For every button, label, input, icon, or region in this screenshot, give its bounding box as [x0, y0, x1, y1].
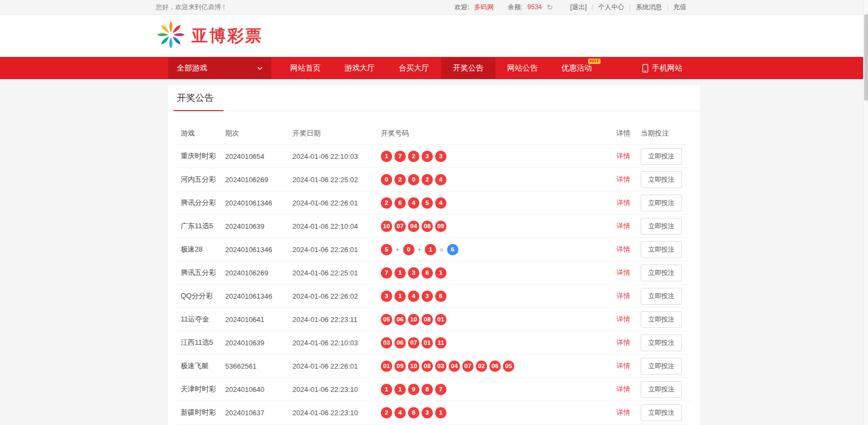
divider: | [667, 3, 668, 11]
draw-date: 2024-01-06 22:26:01 [292, 199, 381, 207]
bet-now-button[interactable]: 立即投注 [641, 381, 682, 398]
nav-item-group-buy-hall[interactable]: 合买大厅 [387, 57, 441, 79]
lottery-ball: 2 [381, 197, 392, 209]
period-number: 2024010654 [225, 152, 292, 160]
bet-now-button[interactable]: 立即投注 [641, 171, 682, 188]
lottery-ball: 1 [394, 267, 406, 279]
draw-date: 2024-01-06 22:10:03 [292, 339, 381, 347]
lottery-ball: 6 [394, 197, 406, 209]
bet-now-button[interactable]: 立即投注 [641, 358, 682, 375]
lottery-ball: 3 [422, 291, 433, 302]
detail-link[interactable]: 详情 [606, 175, 641, 184]
lottery-ball: 05 [503, 360, 514, 372]
game-name: 广东11选5 [177, 221, 225, 231]
nav-item-label: 手机网站 [652, 63, 682, 73]
pinwheel-flower-icon [156, 20, 186, 52]
bet-now-button[interactable]: 立即投注 [641, 148, 682, 165]
hot-badge: HOT [588, 59, 601, 64]
detail-link[interactable]: 详情 [606, 222, 641, 231]
period-number: 2024010637 [225, 409, 292, 417]
table-row: 江西11选5 2024010639 2024-01-06 22:10:03 03… [177, 331, 691, 355]
draw-numbers: 5+0+1=6 [381, 244, 606, 255]
lottery-ball: 07 [408, 337, 419, 349]
lottery-ball: 2 [422, 174, 433, 185]
nav-item-lottery-announcement[interactable]: 开奖公告 [441, 57, 495, 79]
detail-link[interactable]: 详情 [606, 245, 641, 254]
table-row: 极速28 202401061346 2024-01-06 22:26:01 5+… [177, 238, 691, 261]
lottery-ball: 04 [408, 221, 419, 232]
draw-date: 2024-01-06 22:26:02 [292, 292, 381, 300]
detail-link[interactable]: 详情 [606, 292, 641, 301]
nav-item-home[interactable]: 网站首页 [278, 57, 333, 79]
lottery-ball: 07 [462, 360, 474, 372]
detail-link[interactable]: 详情 [606, 385, 641, 394]
lottery-ball: 07 [394, 221, 406, 232]
lottery-ball: 4 [435, 197, 446, 209]
bet-now-button[interactable]: 立即投注 [641, 265, 682, 281]
lottery-ball: 8 [422, 384, 433, 395]
bet-now-button[interactable]: 立即投注 [641, 241, 682, 258]
topbar-account-area: 欢迎: 多码网 余额: 9534 ↻ [退出] | 个人中心 | 系统消息 | … [455, 3, 686, 12]
detail-link[interactable]: 详情 [606, 408, 641, 417]
site-logo[interactable]: 亚博彩票 [156, 20, 263, 52]
bet-now-button[interactable]: 立即投注 [641, 404, 682, 421]
detail-link[interactable]: 详情 [606, 338, 641, 347]
lottery-ball: 7 [435, 384, 446, 395]
detail-link[interactable]: 详情 [606, 362, 641, 371]
table-row: 天津时时彩 2024010640 2024-01-06 22:23:10 119… [177, 378, 691, 401]
bet-now-button[interactable]: 立即投注 [641, 334, 682, 351]
divider: | [592, 3, 593, 11]
nav-item-game-hall[interactable]: 游戏大厅 [333, 57, 387, 79]
refresh-balance-icon[interactable]: ↻ [547, 3, 553, 11]
all-games-dropdown[interactable]: 全部游戏 [168, 57, 271, 79]
lottery-ball: 02 [476, 360, 487, 372]
nav-item-mobile-site[interactable]: 手机网站 [630, 57, 695, 79]
draw-numbers: 02024 [381, 174, 606, 185]
operator: = [439, 246, 444, 254]
lottery-ball: 08 [422, 221, 433, 232]
bet-now-button[interactable]: 立即投注 [641, 311, 682, 328]
table-row: 重庆时时彩 2024010654 2024-01-06 22:10:03 172… [177, 145, 691, 168]
draw-numbers: 26454 [381, 197, 606, 209]
lottery-ball: 0 [408, 174, 419, 185]
draw-date: 2024-01-06 22:10:04 [292, 222, 381, 230]
topbar-greeting: 您好，欢迎来到亿鼎博！ [156, 3, 227, 12]
nav-item-site-announcement[interactable]: 网站公告 [495, 57, 550, 79]
bet-now-button[interactable]: 立即投注 [641, 218, 682, 235]
header: 亚博彩票 [0, 15, 868, 57]
bet-now-button[interactable]: 立即投注 [641, 195, 682, 211]
detail-link[interactable]: 详情 [606, 152, 641, 161]
detail-link[interactable]: 详情 [606, 268, 641, 278]
balance-label: 余额: [508, 3, 522, 12]
all-games-label: 全部游戏 [177, 63, 207, 73]
game-name: 极速28 [177, 244, 225, 254]
nav-item-promotions[interactable]: 优惠活动 HOT [550, 57, 604, 79]
bet-now-button[interactable]: 立即投注 [641, 288, 682, 305]
lottery-ball: 05 [381, 314, 392, 325]
lottery-ball: 06 [489, 360, 501, 372]
game-name: 新疆时时彩 [177, 408, 225, 417]
header-numbers: 开奖号码 [381, 128, 606, 138]
lottery-ball: 2 [408, 151, 419, 162]
lottery-ball: 01 [422, 337, 433, 349]
draw-date: 2024-01-06 22:25:01 [292, 269, 381, 277]
logout-link[interactable]: [退出] [570, 3, 587, 12]
lottery-ball: 03 [435, 360, 446, 372]
recharge-link[interactable]: 充值 [673, 3, 686, 12]
lottery-ball: 6 [422, 267, 433, 279]
table-row: 新疆时时彩 2024010637 2024-01-06 22:23:10 248… [177, 401, 691, 424]
scrollbar-thumb[interactable] [864, 14, 868, 101]
title-underline [174, 110, 224, 111]
lottery-ball: 6 [435, 291, 446, 302]
header-detail: 详情 [606, 128, 641, 138]
game-name: 腾讯五分彩 [177, 268, 225, 278]
user-center-link[interactable]: 个人中心 [598, 3, 624, 12]
system-messages-link[interactable]: 系统消息 [636, 3, 662, 12]
detail-link[interactable]: 详情 [606, 315, 641, 324]
site-name: 亚博彩票 [192, 25, 263, 47]
period-number: 20240106269 [225, 269, 292, 277]
table-row: 河内五分彩 20240106269 2024-01-06 22:25:02 02… [177, 168, 691, 191]
table-row: 腾讯分分彩 202401061346 2024-01-06 22:26:01 2… [177, 191, 691, 215]
detail-link[interactable]: 详情 [606, 198, 641, 208]
game-name: 极速飞艇 [177, 361, 225, 371]
